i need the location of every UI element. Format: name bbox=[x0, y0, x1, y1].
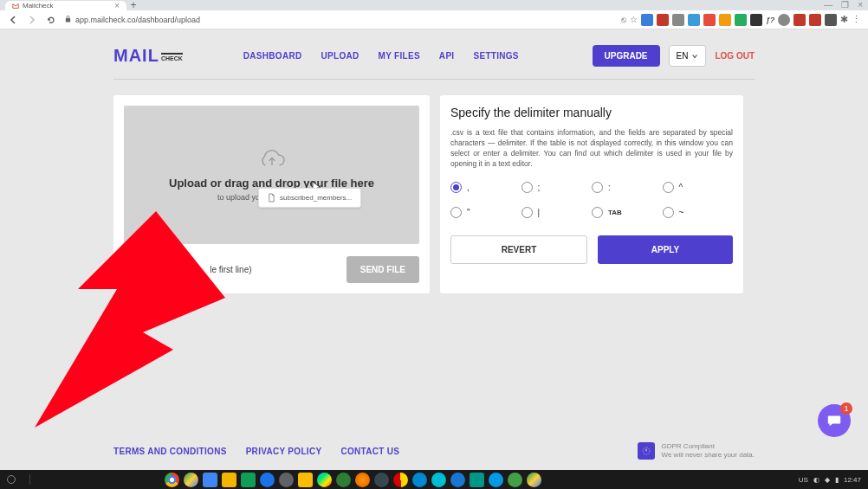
drive-icon-2[interactable] bbox=[527, 473, 541, 487]
radio-icon bbox=[450, 182, 462, 193]
extension-icons: ⎋ ☆ ƒ? ✱ ⋮ bbox=[621, 14, 861, 26]
delimiter-tab[interactable]: TAB bbox=[592, 207, 663, 218]
app-icon-12[interactable] bbox=[374, 473, 389, 487]
app-icon-14[interactable] bbox=[412, 473, 427, 487]
radio-icon bbox=[592, 207, 603, 218]
url-text[interactable]: app.mailcheck.co/dashboard/upload bbox=[75, 16, 200, 24]
delimiter-tilde[interactable]: ~ bbox=[663, 207, 734, 218]
revert-button[interactable]: REVERT bbox=[450, 235, 587, 264]
delimiter-comma[interactable]: , bbox=[450, 182, 521, 193]
window-minimize-icon[interactable]: — bbox=[824, 0, 832, 10]
reload-button[interactable] bbox=[45, 14, 57, 26]
browser-tab[interactable]: Mailcheck × bbox=[5, 1, 126, 10]
nav-settings[interactable]: SETTINGS bbox=[473, 51, 518, 61]
browser-menu-icon[interactable]: ⋮ bbox=[852, 14, 861, 25]
share-icon[interactable]: ⎋ bbox=[621, 15, 626, 24]
delimiter-title: Specify the delimiter manually bbox=[450, 106, 733, 119]
firefox-icon[interactable] bbox=[355, 473, 370, 487]
language-selector[interactable]: EN bbox=[669, 45, 707, 67]
chat-icon bbox=[826, 413, 842, 428]
chrome-icon[interactable] bbox=[165, 473, 179, 487]
header-divider bbox=[113, 79, 755, 80]
ext-icon-7[interactable] bbox=[735, 14, 747, 26]
footer-contact[interactable]: CONTACT US bbox=[340, 447, 399, 456]
chat-badge: 1 bbox=[840, 402, 852, 415]
delimiter-colon[interactable]: : bbox=[592, 182, 663, 193]
ext-icon-10[interactable] bbox=[778, 14, 790, 26]
launcher-icon[interactable] bbox=[7, 475, 16, 484]
help-icon: ◐ bbox=[813, 476, 819, 484]
radio-icon bbox=[521, 182, 533, 193]
tab-close-icon[interactable]: × bbox=[114, 1, 120, 10]
radio-icon bbox=[663, 182, 674, 193]
nav-myfiles[interactable]: MY FILES bbox=[379, 51, 420, 61]
window-close-icon[interactable]: × bbox=[858, 0, 863, 10]
upgrade-button[interactable]: UPGRADE bbox=[593, 45, 660, 67]
mailcheck-favicon bbox=[12, 3, 19, 10]
logout-link[interactable]: LOG OUT bbox=[715, 51, 755, 61]
app-icon-19[interactable] bbox=[508, 473, 522, 487]
os-taskbar: US ◐ ◆ ▮ 12:47 bbox=[0, 470, 868, 489]
file-dropzone[interactable]: Upload or drag and drop your file here t… bbox=[124, 106, 419, 244]
app-icon-16[interactable] bbox=[450, 473, 465, 487]
ext-icon-8[interactable] bbox=[750, 14, 762, 26]
app-icon-15[interactable] bbox=[431, 473, 446, 487]
star-icon[interactable]: ☆ bbox=[630, 15, 638, 24]
play-icon[interactable] bbox=[317, 473, 332, 487]
app-icon-17[interactable] bbox=[470, 473, 484, 487]
first-line-text: le first line) bbox=[124, 265, 338, 274]
ext-icon-11[interactable] bbox=[794, 14, 806, 26]
nav-dashboard[interactable]: DASHBOARD bbox=[243, 51, 302, 61]
slides-icon[interactable] bbox=[222, 473, 236, 487]
ext-icon-3[interactable] bbox=[672, 14, 684, 26]
browser-tab-strip: Mailcheck × + — ❐ × bbox=[0, 0, 868, 10]
delimiter-caret[interactable]: ^ bbox=[663, 182, 734, 193]
main-nav: DASHBOARD UPLOAD MY FILES API SETTINGS bbox=[243, 51, 519, 61]
ext-icon-1[interactable] bbox=[641, 14, 653, 26]
ext-icon-6[interactable] bbox=[719, 14, 731, 26]
footer-privacy[interactable]: PRIVACY POLICY bbox=[246, 447, 322, 456]
delimiter-description: .csv is a text file that contains inform… bbox=[450, 128, 733, 170]
app-icon-8[interactable] bbox=[298, 473, 313, 487]
footer-terms[interactable]: TERMS AND CONDITIONS bbox=[113, 447, 227, 456]
page-footer: TERMS AND CONDITIONS PRIVACY POLICY CONT… bbox=[0, 442, 868, 460]
radio-icon bbox=[663, 207, 674, 218]
wifi-icon: ◆ bbox=[825, 476, 830, 484]
ext-icon-4[interactable] bbox=[688, 14, 700, 26]
svg-rect-0 bbox=[66, 18, 70, 23]
delimiter-quote[interactable]: " bbox=[450, 207, 521, 218]
window-maximize-icon[interactable]: ❐ bbox=[841, 0, 849, 10]
extensions-puzzle-icon[interactable]: ✱ bbox=[840, 14, 848, 25]
ext-icon-5[interactable] bbox=[703, 14, 716, 26]
delimiter-pipe[interactable]: | bbox=[521, 207, 593, 218]
ext-icon-2[interactable] bbox=[657, 14, 669, 26]
drive-icon[interactable] bbox=[184, 473, 198, 487]
send-file-button[interactable]: SEND FILE bbox=[347, 256, 419, 283]
back-button[interactable] bbox=[7, 14, 19, 26]
ext-icon-13[interactable] bbox=[825, 14, 837, 26]
gdpr-badge: GDPR Compliant We will never share your … bbox=[638, 442, 755, 460]
system-tray[interactable]: US ◐ ◆ ▮ 12:47 bbox=[799, 476, 861, 484]
new-tab-button[interactable]: + bbox=[126, 1, 140, 10]
ext-icon-12[interactable] bbox=[809, 14, 821, 26]
nav-api[interactable]: API bbox=[439, 51, 455, 61]
browser-toolbar: app.mailcheck.co/dashboard/upload ⎋ ☆ ƒ?… bbox=[0, 10, 868, 29]
app-icon-7[interactable] bbox=[279, 473, 294, 487]
nav-upload[interactable]: UPLOAD bbox=[321, 51, 359, 61]
delimiter-panel: Specify the delimiter manually .csv is a… bbox=[440, 95, 743, 293]
chat-widget[interactable]: 1 bbox=[818, 404, 851, 437]
app-icon-18[interactable] bbox=[489, 473, 503, 487]
radio-icon bbox=[450, 207, 462, 218]
delimiter-options: , ; : ^ " | TAB ~ bbox=[450, 182, 733, 218]
delimiter-semicolon[interactable]: ; bbox=[521, 182, 593, 193]
apply-button[interactable]: APPLY bbox=[598, 235, 733, 264]
ext-icon-9[interactable]: ƒ? bbox=[766, 16, 774, 24]
radio-icon bbox=[592, 182, 603, 193]
forward-button[interactable] bbox=[26, 14, 38, 26]
docs-icon[interactable] bbox=[203, 473, 217, 487]
app-icon-13[interactable] bbox=[393, 473, 408, 487]
files-icon[interactable] bbox=[260, 473, 275, 487]
app-icon-10[interactable] bbox=[336, 473, 351, 487]
sheets-icon[interactable] bbox=[241, 473, 256, 487]
mailcheck-logo[interactable]: MAIL CHECK bbox=[113, 46, 183, 66]
